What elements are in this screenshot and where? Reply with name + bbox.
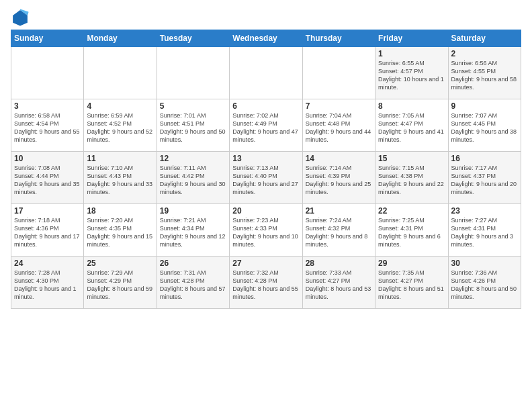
day-number: 22 (378, 206, 445, 216)
day-number: 24 (14, 259, 81, 268)
header (11, 8, 521, 27)
calendar-cell: 25Sunrise: 7:29 AM Sunset: 4:29 PM Dayli… (84, 257, 157, 309)
calendar-cell: 20Sunrise: 7:23 AM Sunset: 4:33 PM Dayli… (230, 204, 302, 257)
day-info: Sunrise: 7:21 AM Sunset: 4:34 PM Dayligh… (160, 216, 226, 249)
calendar-cell: 23Sunrise: 7:27 AM Sunset: 4:31 PM Dayli… (448, 204, 521, 257)
day-number: 4 (87, 101, 153, 111)
week-row-3: 17Sunrise: 7:18 AM Sunset: 4:36 PM Dayli… (11, 204, 521, 257)
day-number: 21 (306, 206, 372, 216)
day-number: 2 (451, 49, 518, 58)
logo (11, 8, 32, 27)
calendar-cell: 28Sunrise: 7:33 AM Sunset: 4:27 PM Dayli… (302, 257, 375, 309)
calendar-cell: 4Sunrise: 6:59 AM Sunset: 4:52 PM Daylig… (84, 99, 157, 152)
week-row-2: 10Sunrise: 7:08 AM Sunset: 4:44 PM Dayli… (11, 152, 521, 204)
day-info: Sunrise: 6:56 AM Sunset: 4:55 PM Dayligh… (451, 59, 518, 92)
day-number: 13 (232, 154, 299, 163)
day-info: Sunrise: 7:04 AM Sunset: 4:48 PM Dayligh… (306, 111, 372, 144)
week-row-1: 3Sunrise: 6:58 AM Sunset: 4:54 PM Daylig… (11, 99, 521, 152)
calendar-cell: 8Sunrise: 7:05 AM Sunset: 4:47 PM Daylig… (375, 99, 448, 152)
calendar-cell: 22Sunrise: 7:25 AM Sunset: 4:31 PM Dayli… (375, 204, 448, 257)
calendar-cell: 26Sunrise: 7:31 AM Sunset: 4:28 PM Dayli… (157, 257, 229, 309)
col-header-saturday: Saturday (448, 30, 521, 47)
week-row-4: 24Sunrise: 7:28 AM Sunset: 4:30 PM Dayli… (11, 257, 521, 309)
day-number: 18 (87, 206, 153, 216)
day-number: 1 (378, 49, 445, 58)
day-info: Sunrise: 7:20 AM Sunset: 4:35 PM Dayligh… (87, 216, 153, 249)
calendar-cell (230, 47, 302, 99)
day-number: 8 (378, 101, 445, 111)
header-row: SundayMondayTuesdayWednesdayThursdayFrid… (11, 30, 521, 47)
day-number: 23 (451, 206, 518, 216)
calendar-cell: 24Sunrise: 7:28 AM Sunset: 4:30 PM Dayli… (11, 257, 84, 309)
calendar-cell: 17Sunrise: 7:18 AM Sunset: 4:36 PM Dayli… (11, 204, 84, 257)
day-number: 15 (378, 154, 445, 163)
calendar-cell: 2Sunrise: 6:56 AM Sunset: 4:55 PM Daylig… (448, 47, 521, 99)
day-info: Sunrise: 7:15 AM Sunset: 4:38 PM Dayligh… (378, 164, 445, 197)
day-info: Sunrise: 7:17 AM Sunset: 4:37 PM Dayligh… (451, 164, 518, 197)
calendar-cell: 9Sunrise: 7:07 AM Sunset: 4:45 PM Daylig… (448, 99, 521, 152)
day-number: 27 (232, 259, 299, 268)
day-number: 25 (87, 259, 153, 268)
day-number: 12 (160, 154, 226, 163)
week-row-0: 1Sunrise: 6:55 AM Sunset: 4:57 PM Daylig… (11, 47, 521, 99)
day-info: Sunrise: 7:08 AM Sunset: 4:44 PM Dayligh… (14, 164, 81, 197)
day-info: Sunrise: 7:24 AM Sunset: 4:32 PM Dayligh… (306, 216, 372, 249)
day-info: Sunrise: 7:07 AM Sunset: 4:45 PM Dayligh… (451, 111, 518, 144)
day-number: 30 (451, 259, 518, 268)
day-number: 16 (451, 154, 518, 163)
calendar-cell: 16Sunrise: 7:17 AM Sunset: 4:37 PM Dayli… (448, 152, 521, 204)
day-number: 7 (306, 101, 372, 111)
day-number: 19 (160, 206, 226, 216)
col-header-tuesday: Tuesday (157, 30, 229, 47)
day-number: 29 (378, 259, 445, 268)
calendar-cell: 15Sunrise: 7:15 AM Sunset: 4:38 PM Dayli… (375, 152, 448, 204)
col-header-friday: Friday (375, 30, 448, 47)
calendar-cell: 21Sunrise: 7:24 AM Sunset: 4:32 PM Dayli… (302, 204, 375, 257)
day-info: Sunrise: 7:33 AM Sunset: 4:27 PM Dayligh… (306, 269, 372, 302)
day-number: 5 (160, 101, 226, 111)
day-info: Sunrise: 7:11 AM Sunset: 4:42 PM Dayligh… (160, 164, 226, 197)
day-info: Sunrise: 7:02 AM Sunset: 4:49 PM Dayligh… (232, 111, 299, 144)
calendar-cell: 14Sunrise: 7:14 AM Sunset: 4:39 PM Dayli… (302, 152, 375, 204)
day-info: Sunrise: 7:10 AM Sunset: 4:43 PM Dayligh… (87, 164, 153, 197)
calendar-cell: 19Sunrise: 7:21 AM Sunset: 4:34 PM Dayli… (157, 204, 229, 257)
day-info: Sunrise: 6:58 AM Sunset: 4:54 PM Dayligh… (14, 111, 81, 144)
day-number: 17 (14, 206, 81, 216)
day-info: Sunrise: 6:55 AM Sunset: 4:57 PM Dayligh… (378, 59, 445, 92)
logo-icon (11, 8, 30, 27)
page-container: SundayMondayTuesdayWednesdayThursdayFrid… (0, 0, 532, 314)
calendar-cell: 6Sunrise: 7:02 AM Sunset: 4:49 PM Daylig… (230, 99, 302, 152)
col-header-monday: Monday (84, 30, 157, 47)
day-info: Sunrise: 7:01 AM Sunset: 4:51 PM Dayligh… (160, 111, 226, 144)
day-info: Sunrise: 7:32 AM Sunset: 4:28 PM Dayligh… (232, 269, 299, 302)
day-info: Sunrise: 7:23 AM Sunset: 4:33 PM Dayligh… (232, 216, 299, 249)
day-number: 28 (306, 259, 372, 268)
calendar-cell: 13Sunrise: 7:13 AM Sunset: 4:40 PM Dayli… (230, 152, 302, 204)
calendar-cell: 27Sunrise: 7:32 AM Sunset: 4:28 PM Dayli… (230, 257, 302, 309)
calendar-cell: 10Sunrise: 7:08 AM Sunset: 4:44 PM Dayli… (11, 152, 84, 204)
day-number: 14 (306, 154, 372, 163)
day-info: Sunrise: 7:27 AM Sunset: 4:31 PM Dayligh… (451, 216, 518, 249)
day-number: 6 (232, 101, 299, 111)
day-info: Sunrise: 7:14 AM Sunset: 4:39 PM Dayligh… (306, 164, 372, 197)
day-info: Sunrise: 7:28 AM Sunset: 4:30 PM Dayligh… (14, 269, 81, 302)
calendar-cell: 30Sunrise: 7:36 AM Sunset: 4:26 PM Dayli… (448, 257, 521, 309)
col-header-thursday: Thursday (302, 30, 375, 47)
day-number: 26 (160, 259, 226, 268)
day-info: Sunrise: 7:36 AM Sunset: 4:26 PM Dayligh… (451, 269, 518, 302)
day-info: Sunrise: 7:29 AM Sunset: 4:29 PM Dayligh… (87, 269, 153, 302)
calendar-cell: 18Sunrise: 7:20 AM Sunset: 4:35 PM Dayli… (84, 204, 157, 257)
calendar-cell: 29Sunrise: 7:35 AM Sunset: 4:27 PM Dayli… (375, 257, 448, 309)
day-number: 3 (14, 101, 81, 111)
day-info: Sunrise: 7:05 AM Sunset: 4:47 PM Dayligh… (378, 111, 445, 144)
calendar-cell: 3Sunrise: 6:58 AM Sunset: 4:54 PM Daylig… (11, 99, 84, 152)
day-info: Sunrise: 7:35 AM Sunset: 4:27 PM Dayligh… (378, 269, 445, 302)
calendar-cell: 1Sunrise: 6:55 AM Sunset: 4:57 PM Daylig… (375, 47, 448, 99)
day-info: Sunrise: 7:18 AM Sunset: 4:36 PM Dayligh… (14, 216, 81, 249)
calendar-cell (11, 47, 84, 99)
day-info: Sunrise: 7:25 AM Sunset: 4:31 PM Dayligh… (378, 216, 445, 249)
day-info: Sunrise: 6:59 AM Sunset: 4:52 PM Dayligh… (87, 111, 153, 144)
day-number: 9 (451, 101, 518, 111)
day-number: 10 (14, 154, 81, 163)
calendar-cell: 7Sunrise: 7:04 AM Sunset: 4:48 PM Daylig… (302, 99, 375, 152)
